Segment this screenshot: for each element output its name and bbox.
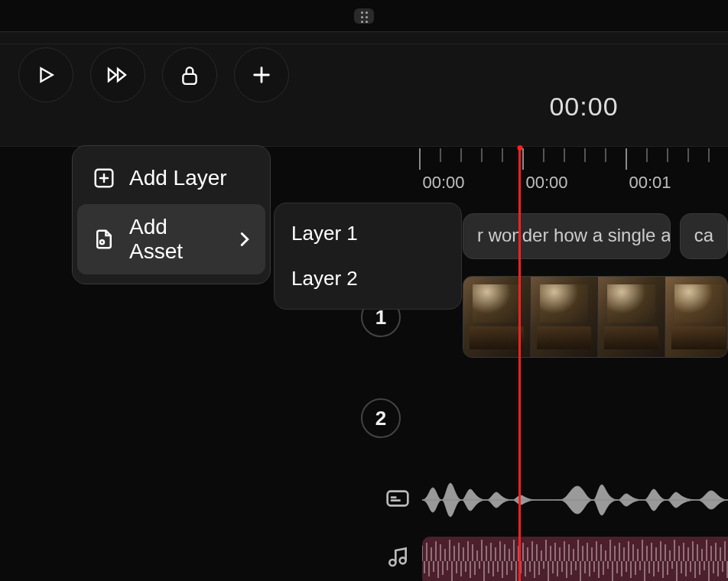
timeline-toolbar	[0, 32, 728, 147]
video-thumbnail	[531, 277, 598, 357]
submenu-layer-2[interactable]: Layer 2	[275, 256, 461, 301]
lock-button[interactable]	[162, 47, 217, 102]
chevron-right-icon	[239, 232, 250, 247]
timeline[interactable]: 00:00 00:00 00:01 1 2 r wonder how a sin…	[419, 148, 728, 581]
ruler-label: 00:00	[525, 173, 567, 193]
caption-clip-1[interactable]: r wonder how a single a...	[463, 213, 671, 259]
add-menu: Add Layer Add Asset	[72, 145, 271, 284]
music-audio-track[interactable]	[422, 537, 728, 581]
drag-handle-icon[interactable]	[354, 8, 374, 24]
playhead-timecode: 00:00	[440, 92, 728, 122]
captions-icon	[385, 486, 410, 511]
layer-2-badge[interactable]: 2	[361, 398, 401, 438]
caption-track[interactable]: r wonder how a single a... ca	[463, 213, 728, 259]
svg-point-2	[100, 240, 104, 244]
add-asset-item[interactable]: Add Asset	[77, 204, 265, 274]
video-track[interactable]	[463, 276, 728, 358]
video-thumbnail	[665, 277, 728, 357]
ruler-label: 00:01	[629, 173, 671, 193]
submenu-layer-1[interactable]: Layer 1	[275, 211, 461, 256]
add-layer-item[interactable]: Add Layer	[77, 155, 265, 201]
video-thumbnail	[598, 277, 665, 357]
add-layer-label: Add Layer	[129, 166, 227, 190]
app-header	[0, 0, 728, 32]
svg-rect-3	[388, 492, 408, 506]
add-asset-submenu: Layer 1 Layer 2	[274, 203, 462, 310]
add-button[interactable]	[234, 47, 289, 102]
play-button[interactable]	[18, 47, 73, 102]
ruler-label: 00:00	[422, 173, 464, 193]
fast-forward-button[interactable]	[90, 47, 145, 102]
caption-clip-2[interactable]: ca	[680, 213, 728, 259]
add-asset-label: Add Asset	[129, 215, 226, 264]
music-icon	[385, 544, 410, 569]
svg-rect-0	[183, 74, 196, 84]
time-ruler[interactable]: 00:00 00:00 00:01	[419, 148, 728, 194]
playhead[interactable]	[518, 148, 521, 581]
voice-audio-track[interactable]	[422, 482, 728, 518]
